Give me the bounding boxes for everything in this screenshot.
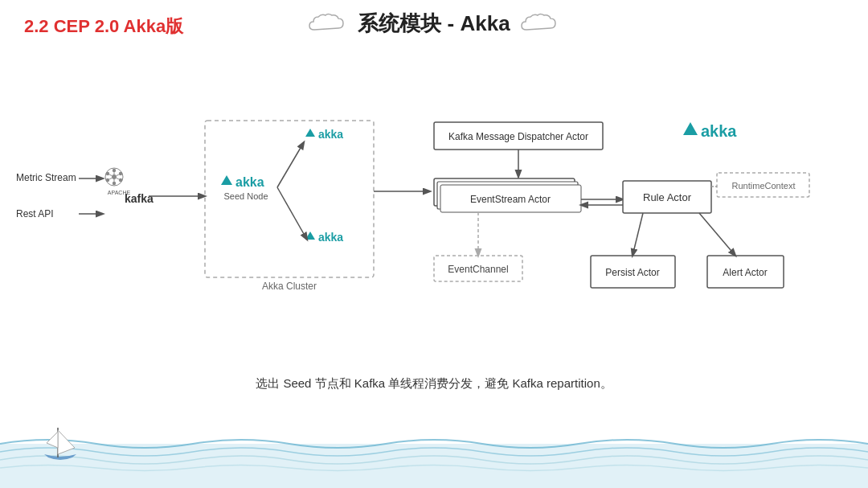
svg-text:kafka: kafka — [125, 192, 154, 205]
svg-text:EventChannel: EventChannel — [448, 264, 508, 275]
svg-point-7 — [119, 172, 122, 175]
diagram-svg: Metric Stream Rest API APACHE kafka Akka… — [0, 56, 868, 402]
svg-text:Kafka Message Dispatcher Actor: Kafka Message Dispatcher Actor — [448, 131, 588, 142]
svg-text:akka: akka — [235, 175, 264, 189]
waves-svg — [0, 400, 868, 488]
svg-line-50 — [699, 213, 735, 256]
metric-stream-label: Metric Stream — [16, 172, 76, 183]
svg-line-15 — [117, 178, 119, 179]
svg-text:akka: akka — [318, 231, 343, 244]
svg-point-6 — [106, 172, 109, 175]
svg-line-26 — [277, 187, 307, 240]
svg-line-14 — [109, 178, 112, 179]
cloud-right-icon — [520, 12, 560, 36]
svg-point-4 — [113, 169, 116, 172]
section-label: 2.2 CEP 2.0 Akka版 — [24, 14, 183, 39]
svg-text:EventStream Actor: EventStream Actor — [470, 194, 551, 205]
svg-text:Rule Actor: Rule Actor — [643, 191, 692, 203]
svg-rect-52 — [0, 444, 868, 488]
svg-line-25 — [277, 142, 304, 187]
svg-line-49 — [633, 213, 643, 256]
svg-point-5 — [113, 182, 116, 185]
rest-api-label: Rest API — [16, 208, 54, 219]
svg-text:Akka Cluster: Akka Cluster — [262, 281, 317, 292]
svg-text:Alert Actor: Alert Actor — [723, 267, 767, 278]
svg-text:akka: akka — [701, 122, 737, 140]
svg-text:Seed Node: Seed Node — [223, 191, 268, 201]
svg-line-13 — [117, 174, 119, 175]
page-title: 系统模块 - Akka — [358, 10, 510, 38]
bottom-scene — [0, 400, 868, 488]
svg-text:RuntimeContext: RuntimeContext — [732, 181, 796, 191]
cloud-left-icon — [308, 12, 348, 36]
svg-text:akka: akka — [318, 128, 343, 141]
bottom-description: 选出 Seed 节点和 Kafka 单线程消费分发，避免 Kafka repar… — [0, 376, 868, 392]
svg-point-8 — [106, 178, 109, 182]
kafka-icon — [105, 168, 123, 186]
svg-text:Persist Actor: Persist Actor — [605, 267, 659, 278]
svg-point-3 — [112, 174, 117, 179]
svg-line-12 — [109, 174, 112, 175]
title-area: 系统模块 - Akka — [225, 10, 643, 38]
svg-point-9 — [119, 178, 122, 182]
